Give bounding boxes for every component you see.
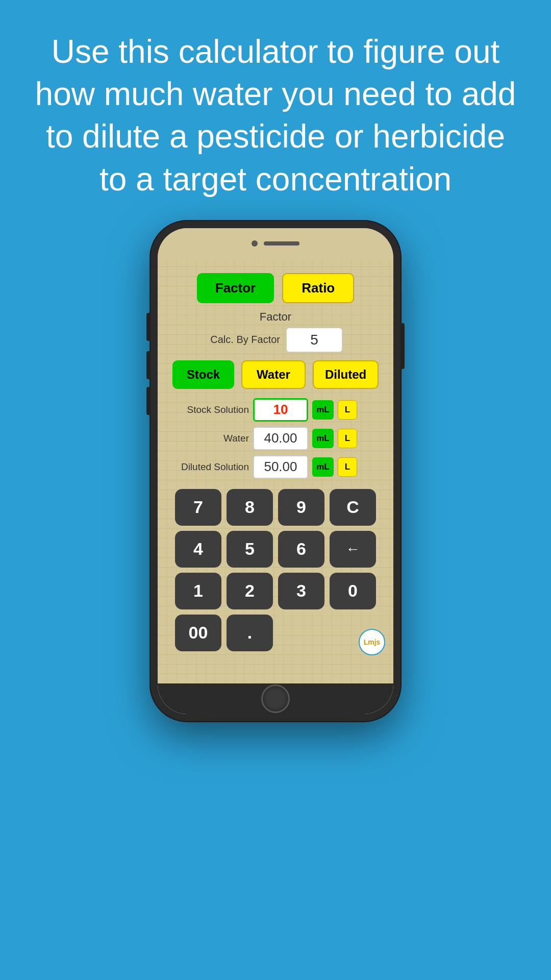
key-backspace[interactable]: ←: [330, 531, 376, 568]
key-8[interactable]: 8: [227, 489, 273, 526]
key-1[interactable]: 1: [175, 573, 221, 609]
backspace-icon: ←: [346, 541, 360, 557]
diluted-solution-row: Diluted Solution 50.00 mL L: [170, 455, 381, 479]
key-decimal[interactable]: .: [227, 615, 273, 651]
diluted-l-button[interactable]: L: [338, 457, 357, 477]
key-00[interactable]: 00: [175, 615, 221, 651]
home-button-area: [158, 683, 393, 714]
phone-screen: Factor Ratio Factor Calc. By Factor 5 St…: [158, 228, 393, 714]
camera-icon: [252, 240, 258, 247]
stock-ml-button[interactable]: mL: [312, 400, 334, 420]
ratio-button[interactable]: Ratio: [282, 273, 354, 303]
water-row: Water 40.00 mL L: [170, 427, 381, 450]
calc-by-factor-value[interactable]: 5: [286, 328, 342, 352]
solution-type-buttons: Stock Water Diluted: [172, 360, 379, 389]
home-button[interactable]: [261, 684, 290, 713]
mode-buttons: Factor Ratio: [197, 273, 354, 303]
key-2[interactable]: 2: [227, 573, 273, 609]
calc-by-factor-row: Calc. By Factor 5: [170, 328, 381, 352]
diluted-ml-button[interactable]: mL: [312, 457, 334, 477]
key-clear[interactable]: C: [330, 489, 376, 526]
stock-button[interactable]: Stock: [172, 360, 234, 389]
stock-solution-row: Stock Solution 10 mL L: [170, 398, 381, 422]
key-5[interactable]: 5: [227, 531, 273, 568]
diluted-solution-label: Diluted Solution: [175, 461, 249, 473]
status-bar: [158, 228, 393, 259]
diluted-button[interactable]: Diluted: [313, 360, 379, 389]
key-9[interactable]: 9: [278, 489, 324, 526]
app-content: Factor Ratio Factor Calc. By Factor 5 St…: [158, 259, 393, 683]
water-label: Water: [175, 433, 249, 444]
stock-l-button[interactable]: L: [338, 400, 357, 420]
numeric-keyboard: 7 8 9 C 4 5 6 ← 1 2 3 0 00 . Lm: [170, 489, 381, 651]
diluted-solution-value[interactable]: 50.00: [253, 455, 308, 479]
water-l-button[interactable]: L: [338, 429, 357, 448]
speaker-icon: [264, 241, 299, 246]
stock-solution-value[interactable]: 10: [253, 398, 308, 422]
water-value[interactable]: 40.00: [253, 427, 308, 450]
factor-button[interactable]: Factor: [197, 273, 274, 303]
water-ml-button[interactable]: mL: [312, 429, 334, 448]
key-3[interactable]: 3: [278, 573, 324, 609]
key-4[interactable]: 4: [175, 531, 221, 568]
key-6[interactable]: 6: [278, 531, 324, 568]
app-logo: Lmjs: [359, 629, 385, 655]
header-description: Use this calculator to figure out how mu…: [0, 0, 551, 221]
factor-label: Factor: [260, 310, 291, 324]
phone-shell: Factor Ratio Factor Calc. By Factor 5 St…: [151, 221, 400, 721]
water-button[interactable]: Water: [241, 360, 306, 389]
stock-solution-label: Stock Solution: [175, 404, 249, 415]
key-7[interactable]: 7: [175, 489, 221, 526]
key-0[interactable]: 0: [330, 573, 376, 609]
calc-by-factor-label: Calc. By Factor: [209, 334, 280, 346]
